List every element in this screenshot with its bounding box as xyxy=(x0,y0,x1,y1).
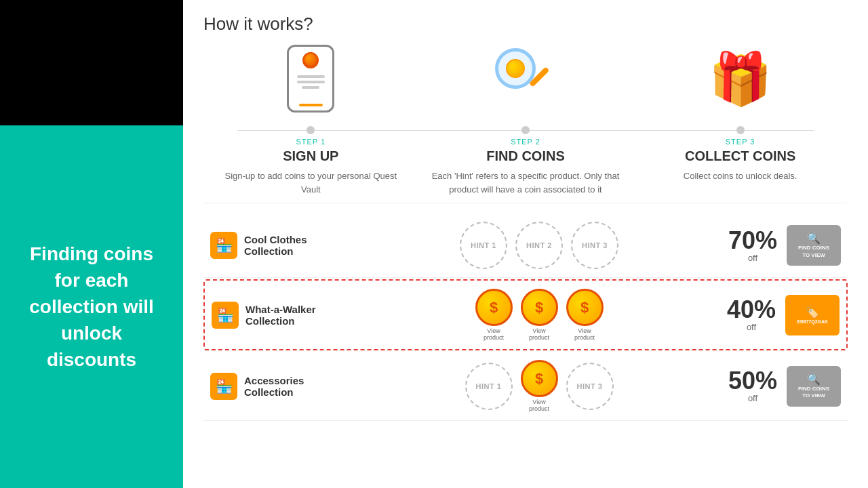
coin-label-1-0: Viewproduct xyxy=(484,327,504,341)
hints-area-0: HINT 1 HINT 2 HINT 3 xyxy=(359,222,719,269)
step-3-desc: Collect coins to unlock deals. xyxy=(646,169,835,183)
coin-hint-1-1[interactable]: $ Viewproduct xyxy=(521,289,558,341)
collection-row-2: 🏪 Accessories Collection HINT 1 $ Viewpr… xyxy=(203,352,848,421)
hint-2-0[interactable]: HINT 2 xyxy=(515,222,563,269)
phone-icon xyxy=(287,45,334,113)
coupon-btn-1[interactable]: 🏷️ 28M77Q2GAK xyxy=(785,295,840,336)
find-coins-text-0: FIND COINSTO VIEW xyxy=(798,245,829,259)
step-2-text: STEP 2 FIND COINS Each 'Hint' refers to … xyxy=(431,138,620,196)
step-1-title: SIGN UP xyxy=(216,148,406,164)
coin-circle-1-0: $ xyxy=(475,289,513,326)
collection-name-1: What-a-Walker Collection xyxy=(245,304,354,327)
dot-3 xyxy=(736,126,745,134)
discount-percent-2: 50% xyxy=(726,369,780,393)
discount-2: 50% off xyxy=(726,369,780,403)
phone-avatar xyxy=(303,52,318,67)
collection-icon-1: 🏪 xyxy=(212,302,239,329)
step-2-icon xyxy=(495,41,556,116)
step-3-title: COLLECT COINS xyxy=(646,148,835,164)
coin-circle-1-2: $ xyxy=(566,289,604,326)
page-title: How it works? xyxy=(203,14,848,35)
discount-off-0: off xyxy=(726,253,780,263)
dot-2 xyxy=(521,126,530,134)
coin-hint-1-2[interactable]: $ Viewproduct xyxy=(566,289,604,341)
phone-line-3 xyxy=(302,86,319,89)
collection-name-2: Accessories Collection xyxy=(244,375,353,398)
hint-3-2[interactable]: HINT 3 xyxy=(566,363,614,410)
step-3-number: STEP 3 xyxy=(646,138,835,146)
step-1-desc: Sign-up to add coins to your personal Qu… xyxy=(216,169,406,196)
discount-0: 70% off xyxy=(726,228,780,263)
step-3-text: STEP 3 COLLECT COINS Collect coins to un… xyxy=(646,138,835,196)
treasure-icon: 🎁 xyxy=(709,54,772,104)
shop-icon-1: 🏪 xyxy=(217,307,234,323)
coupon-icon-1: 🏷️ xyxy=(806,306,819,319)
shop-icon-0: 🏪 xyxy=(216,237,233,253)
step-2-container xyxy=(431,41,620,123)
steps-icons-row: 🎁 xyxy=(203,41,848,126)
step-1-icon xyxy=(287,41,334,116)
coin-label-2-1: Viewproduct xyxy=(529,399,549,412)
collection-name-0: Cool Clothes Collection xyxy=(244,234,353,257)
discount-percent-1: 40% xyxy=(724,298,778,322)
discount-off-1: off xyxy=(724,322,778,332)
coin-hint-1-0[interactable]: $ Viewproduct xyxy=(475,289,513,341)
step-3-icon: 🎁 xyxy=(709,41,772,116)
coin-hint-2-1[interactable]: $ Viewproduct xyxy=(521,360,558,412)
hints-area-1: $ Viewproduct $ Viewproduct $ Viewproduc… xyxy=(361,289,717,341)
step-1-number: STEP 1 xyxy=(216,138,406,146)
step-3-container: 🎁 xyxy=(646,41,835,123)
steps-divider xyxy=(203,126,848,134)
hint-3-0[interactable]: HINT 3 xyxy=(571,222,618,269)
teal-banner: Finding coins for each collection will u… xyxy=(0,125,183,488)
shop-icon-2: 🏪 xyxy=(216,378,233,394)
discount-percent-0: 70% xyxy=(726,228,780,253)
hints-area-2: HINT 1 $ Viewproduct HINT 3 xyxy=(359,360,719,412)
teal-tagline: Finding coins for each collection will u… xyxy=(20,241,163,373)
steps-text-row: STEP 1 SIGN UP Sign-up to add coins to y… xyxy=(203,138,848,203)
collection-icon-0: 🏪 xyxy=(210,232,237,259)
coin-circle-2-1: $ xyxy=(521,360,558,397)
find-coins-text-2: FIND COINSTO VIEW xyxy=(798,386,829,400)
coin-circle-1-1: $ xyxy=(521,289,558,326)
hint-1-0[interactable]: HINT 1 xyxy=(460,222,507,269)
step-1-container xyxy=(216,41,406,123)
phone-line-1 xyxy=(297,75,326,78)
collection-row-1: 🏪 What-a-Walker Collection $ Viewproduct… xyxy=(203,279,848,350)
phone-lines xyxy=(293,75,328,92)
find-coins-icon-0: 🔍 xyxy=(807,232,821,245)
collection-row-0: 🏪 Cool Clothes Collection HINT 1 HINT 2 … xyxy=(203,214,848,278)
phone-bottom xyxy=(299,104,323,106)
find-coins-icon-2: 🔍 xyxy=(807,373,821,386)
collections-section: 🏪 Cool Clothes Collection HINT 1 HINT 2 … xyxy=(203,214,848,421)
dot-1 xyxy=(307,126,315,134)
coin-label-1-1: Viewproduct xyxy=(529,327,549,341)
discount-off-2: off xyxy=(726,393,780,403)
coin-label-1-2: Viewproduct xyxy=(574,327,595,341)
find-coins-btn-0[interactable]: 🔍 FIND COINSTO VIEW xyxy=(787,225,841,266)
step-1-text: STEP 1 SIGN UP Sign-up to add coins to y… xyxy=(216,138,406,196)
step-2-title: FIND COINS xyxy=(431,148,620,164)
collection-icon-2: 🏪 xyxy=(210,373,237,400)
phone-line-2 xyxy=(297,81,326,83)
left-panel: Finding coins for each collection will u… xyxy=(0,0,183,488)
step-2-number: STEP 2 xyxy=(431,138,620,146)
magnifier-coin xyxy=(506,59,525,78)
hint-1-2[interactable]: HINT 1 xyxy=(465,363,513,410)
discount-1: 40% off xyxy=(724,298,778,332)
main-content: How it works? xyxy=(183,0,868,488)
step-2-desc: Each 'Hint' refers to a specific product… xyxy=(431,169,620,196)
find-coins-btn-2[interactable]: 🔍 FIND COINSTO VIEW xyxy=(787,366,841,407)
coupon-code-1: 28M77Q2GAK xyxy=(797,319,828,324)
magnifier-icon xyxy=(495,48,556,109)
